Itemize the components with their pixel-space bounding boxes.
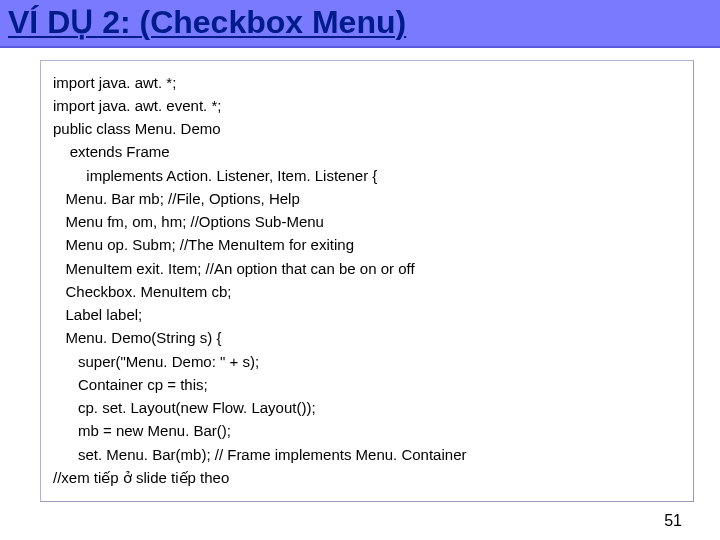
- code-line: Menu op. Subm; //The MenuItem for exitin…: [53, 233, 681, 256]
- code-line: import java. awt. event. *;: [53, 94, 681, 117]
- code-line: super("Menu. Demo: " + s);: [53, 350, 681, 373]
- code-line: Menu. Demo(String s) {: [53, 326, 681, 349]
- code-line: Menu fm, om, hm; //Options Sub-Menu: [53, 210, 681, 233]
- code-line: set. Menu. Bar(mb); // Frame implements …: [53, 443, 681, 466]
- code-line: Label label;: [53, 303, 681, 326]
- code-line: Menu. Bar mb; //File, Options, Help: [53, 187, 681, 210]
- slide-title: VÍ DỤ 2: (Checkbox Menu): [8, 6, 712, 40]
- title-band: VÍ DỤ 2: (Checkbox Menu): [0, 0, 720, 48]
- code-line: extends Frame: [53, 140, 681, 163]
- code-line: MenuItem exit. Item; //An option that ca…: [53, 257, 681, 280]
- code-block: import java. awt. *; import java. awt. e…: [40, 60, 694, 503]
- code-line: Checkbox. MenuItem cb;: [53, 280, 681, 303]
- code-line: mb = new Menu. Bar();: [53, 419, 681, 442]
- code-line: //xem tiếp ở slide tiếp theo: [53, 466, 681, 489]
- code-line: implements Action. Listener, Item. Liste…: [53, 164, 681, 187]
- code-line: public class Menu. Demo: [53, 117, 681, 140]
- page-number: 51: [664, 512, 682, 530]
- code-line: import java. awt. *;: [53, 71, 681, 94]
- code-line: Container cp = this;: [53, 373, 681, 396]
- slide: VÍ DỤ 2: (Checkbox Menu) import java. aw…: [0, 0, 720, 540]
- code-line: cp. set. Layout(new Flow. Layout());: [53, 396, 681, 419]
